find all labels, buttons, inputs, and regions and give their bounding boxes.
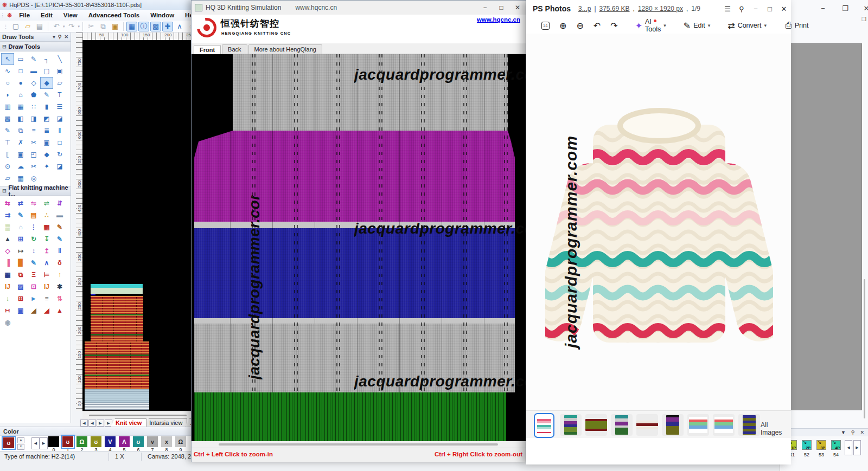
flat-machine-tool-23[interactable]: ↥ — [40, 245, 53, 257]
flat-machine-tool-39[interactable]: ✱ — [53, 281, 66, 293]
draw-tool-1[interactable]: ▭ — [14, 53, 27, 65]
flat-machine-tool-7[interactable]: ▤ — [27, 209, 40, 221]
flat-machine-tool-38[interactable]: IJ — [40, 281, 53, 293]
draw-tool-17[interactable]: ⬟ — [27, 89, 40, 101]
photos-close-button[interactable]: ✕ — [777, 2, 791, 16]
draw-tool-7[interactable]: ▬ — [27, 65, 40, 77]
draw-tool-39[interactable]: □ — [53, 137, 66, 149]
bgwin-palette-close[interactable]: ✕ — [860, 430, 864, 435]
flat-machine-tool-40[interactable]: ↓ — [1, 293, 14, 305]
color-swatch-5[interactable]: Λ — [119, 436, 130, 447]
bgwin-palette-next[interactable]: ▶ — [853, 440, 861, 455]
color-panel-header[interactable]: Color — [0, 427, 191, 436]
flat-machine-tool-47[interactable]: ◢ — [27, 305, 40, 317]
tab-knit-view[interactable]: Knit view — [111, 418, 146, 427]
flat-machine-tool-8[interactable]: ∴ — [40, 209, 53, 221]
redo-button[interactable]: ↷ — [66, 22, 77, 31]
rotate-right-button[interactable]: ↷ — [610, 21, 617, 31]
draw-tool-38[interactable]: ▣ — [40, 137, 53, 149]
save-button[interactable]: ▤ — [34, 22, 45, 31]
dropdown-caret-icon[interactable]: ▾ — [63, 24, 65, 29]
draw-tool-22[interactable]: ∷ — [27, 101, 40, 113]
sim-close-button[interactable]: ✕ — [509, 2, 526, 14]
zoom-in-button[interactable]: ⊕ — [559, 21, 566, 31]
info-toggle-button[interactable]: ⓘ — [138, 22, 149, 31]
sim-minimize-button[interactable]: − — [477, 2, 493, 14]
draw-tool-6[interactable]: □ — [14, 65, 27, 77]
flat-machine-tool-25[interactable]: ▐ — [1, 257, 14, 269]
tab-intarsia-view[interactable]: Intarsia view — [144, 418, 187, 427]
draw-tool-46[interactable]: ☁ — [14, 160, 27, 172]
draw-tool-16[interactable]: ⌂ — [14, 89, 27, 101]
photos-maximize-button[interactable]: □ — [763, 2, 777, 16]
flat-machine-tool-48[interactable]: ◢ — [40, 305, 53, 317]
draw-tool-13[interactable]: ◆ — [40, 77, 53, 89]
flat-machine-tool-27[interactable]: ✎ — [27, 257, 40, 269]
tab-nav-prev[interactable]: ◀ — [88, 420, 96, 427]
canvas-hscrollbar[interactable] — [82, 411, 194, 419]
thumbnail-2[interactable] — [585, 414, 607, 436]
flat-machine-tool-45[interactable]: ∺ — [1, 305, 14, 317]
draw-tool-48[interactable]: ✦ — [40, 160, 53, 172]
sim-tab-back[interactable]: Back — [222, 44, 247, 54]
bgwin-palette-swatch-54[interactable]: ↘4P — [831, 440, 841, 450]
tab-nav-last[interactable]: ▶ — [105, 420, 112, 427]
flat-machine-tool-21[interactable]: ↦ — [14, 245, 27, 257]
draw-tool-33[interactable]: ≣ — [40, 125, 53, 137]
convert-button[interactable]: ⇄ Convert ▾ — [727, 21, 767, 31]
flat-machine-tool-36[interactable]: ▨ — [14, 281, 27, 293]
color-swatch-8[interactable]: x — [161, 436, 172, 447]
flat-machine-tool-29[interactable]: ŏ — [53, 257, 66, 269]
color-swatch-0[interactable] — [48, 436, 59, 447]
flat-machine-tool-9[interactable]: ▬ — [53, 209, 66, 221]
current-color-swatch[interactable]: ʊ — [3, 437, 14, 448]
thumbnail-6[interactable] — [687, 414, 709, 436]
sim-hscrollbar[interactable] — [192, 441, 526, 448]
draw-tool-45[interactable]: ⊙ — [1, 160, 14, 172]
flat-machine-tool-13[interactable]: ▦ — [40, 221, 53, 233]
bgwin-palette-swatch-53[interactable]: ↘3P — [816, 440, 826, 450]
draw-tool-50[interactable]: ▱ — [1, 172, 14, 184]
color-swatch-4[interactable]: V — [105, 436, 116, 447]
open-file-button[interactable]: ▱ — [22, 22, 33, 31]
flat-machine-tool-31[interactable]: ⧉ — [14, 269, 27, 281]
draw-tool-4[interactable]: ╲ — [53, 53, 66, 65]
sim-website-link[interactable]: www.hqcnc.cn — [477, 16, 520, 23]
color-swatch-3[interactable]: ʊ — [91, 436, 101, 447]
cut-button[interactable]: ✂ — [86, 22, 97, 31]
grid-toggle-button[interactable]: ▦ — [126, 22, 137, 31]
draw-tool-15[interactable]: ◗ — [1, 89, 14, 101]
bgwin-vscrollbar[interactable] — [864, 279, 865, 418]
draw-tool-19[interactable]: T — [53, 89, 66, 101]
draw-tool-21[interactable]: ▦ — [14, 101, 27, 113]
flat-machine-tool-11[interactable]: ⌂ — [14, 221, 27, 233]
flat-machine-tool-18[interactable]: ↧ — [40, 233, 53, 245]
draw-tool-52[interactable]: ◎ — [27, 172, 40, 184]
flat-machine-tool-43[interactable]: ≡ — [40, 293, 53, 305]
flat-machine-tool-10[interactable]: ▒ — [1, 221, 14, 233]
draw-tool-26[interactable]: ◧ — [14, 113, 27, 125]
draw-tool-49[interactable]: ◪ — [53, 160, 66, 172]
menu-window[interactable]: Window — [145, 11, 179, 20]
draw-tool-35[interactable]: ⊤ — [1, 137, 14, 149]
flat-machine-tool-30[interactable]: ▦ — [1, 269, 14, 281]
draw-tool-25[interactable]: ▩ — [1, 113, 14, 125]
color-swatch-6[interactable]: ʊ — [133, 436, 144, 447]
sim-tab-front[interactable]: Front — [194, 45, 221, 54]
flat-machine-tool-41[interactable]: ⊞ — [14, 293, 27, 305]
bgwin-minimize-button[interactable]: − — [816, 2, 830, 14]
draw-tool-44[interactable]: ↻ — [53, 149, 66, 160]
flat-machine-tool-22[interactable]: ↕ — [27, 245, 40, 257]
grid-save-button[interactable]: ▩ — [150, 22, 161, 31]
draw-tool-9[interactable]: ▣ — [53, 65, 66, 77]
draw-tool-11[interactable]: ● — [14, 77, 27, 89]
menu-view[interactable]: View — [59, 11, 82, 20]
thumbnail-5[interactable] — [662, 414, 684, 436]
color-swatch-2[interactable]: Ω — [76, 436, 87, 447]
flat-machine-tool-37[interactable]: ⊡ — [27, 281, 40, 293]
draw-tool-18[interactable]: ✎ — [40, 89, 53, 101]
draw-tool-14[interactable]: ▱ — [53, 77, 66, 89]
flat-machine-tool-44[interactable]: ⇅ — [53, 293, 66, 305]
panel-pin-icon[interactable]: ⚲ — [58, 34, 62, 40]
flat-machine-tool-46[interactable]: ▣ — [14, 305, 27, 317]
